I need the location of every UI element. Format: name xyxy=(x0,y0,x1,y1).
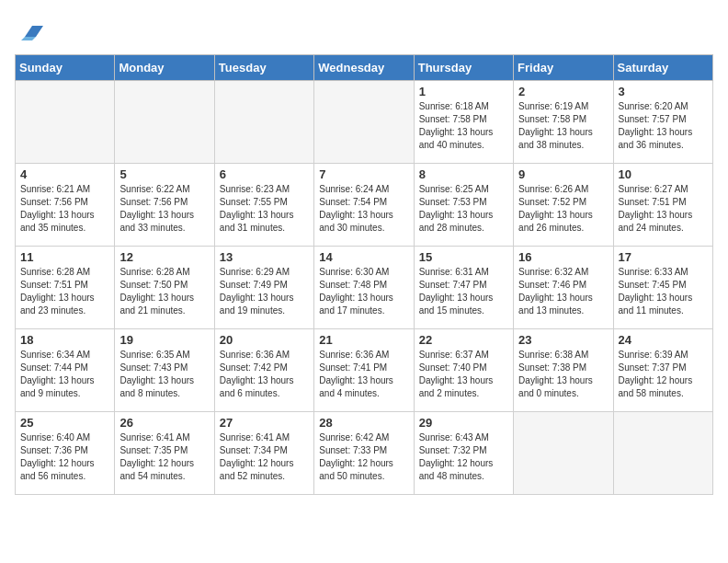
calendar-cell: 20Sunrise: 6:36 AM Sunset: 7:42 PM Dayli… xyxy=(214,329,313,412)
day-number: 8 xyxy=(419,167,508,181)
day-info: Sunrise: 6:26 AM Sunset: 7:52 PM Dayligh… xyxy=(518,183,608,235)
calendar-cell: 29Sunrise: 6:43 AM Sunset: 7:32 PM Dayli… xyxy=(414,412,513,495)
page-header xyxy=(15,15,713,49)
calendar-cell: 27Sunrise: 6:41 AM Sunset: 7:34 PM Dayli… xyxy=(214,412,313,495)
calendar-cell: 5Sunrise: 6:22 AM Sunset: 7:56 PM Daylig… xyxy=(115,164,214,247)
calendar-cell: 21Sunrise: 6:36 AM Sunset: 7:41 PM Dayli… xyxy=(314,329,414,412)
calendar-cell: 23Sunrise: 6:38 AM Sunset: 7:38 PM Dayli… xyxy=(514,329,613,412)
calendar-cell: 12Sunrise: 6:28 AM Sunset: 7:50 PM Dayli… xyxy=(115,247,214,329)
day-number: 27 xyxy=(220,416,309,430)
calendar-cell xyxy=(514,412,613,495)
day-number: 19 xyxy=(119,333,209,347)
day-info: Sunrise: 6:37 AM Sunset: 7:40 PM Dayligh… xyxy=(419,349,508,400)
calendar-cell: 25Sunrise: 6:40 AM Sunset: 7:36 PM Dayli… xyxy=(16,412,115,495)
calendar-cell: 8Sunrise: 6:25 AM Sunset: 7:53 PM Daylig… xyxy=(414,164,513,247)
calendar-cell: 11Sunrise: 6:28 AM Sunset: 7:51 PM Dayli… xyxy=(16,247,115,329)
day-info: Sunrise: 6:43 AM Sunset: 7:32 PM Dayligh… xyxy=(419,431,508,483)
day-info: Sunrise: 6:41 AM Sunset: 7:34 PM Dayligh… xyxy=(220,431,309,483)
logo xyxy=(15,18,43,49)
day-info: Sunrise: 6:25 AM Sunset: 7:53 PM Dayligh… xyxy=(419,183,508,235)
calendar-cell: 1Sunrise: 6:18 AM Sunset: 7:58 PM Daylig… xyxy=(414,81,513,164)
day-number: 17 xyxy=(619,250,708,264)
svg-marker-1 xyxy=(21,37,36,40)
calendar-cell: 17Sunrise: 6:33 AM Sunset: 7:45 PM Dayli… xyxy=(613,247,712,329)
day-info: Sunrise: 6:40 AM Sunset: 7:36 PM Dayligh… xyxy=(20,431,109,483)
calendar-cell xyxy=(314,81,414,164)
day-info: Sunrise: 6:18 AM Sunset: 7:58 PM Dayligh… xyxy=(419,100,508,152)
day-info: Sunrise: 6:21 AM Sunset: 7:56 PM Dayligh… xyxy=(20,183,109,235)
weekday-header: Thursday xyxy=(414,55,513,81)
day-number: 29 xyxy=(419,416,508,430)
calendar-cell: 22Sunrise: 6:37 AM Sunset: 7:40 PM Dayli… xyxy=(414,329,513,412)
svg-marker-0 xyxy=(25,26,43,37)
day-number: 23 xyxy=(518,333,608,347)
day-number: 26 xyxy=(119,416,209,430)
weekday-header: Monday xyxy=(115,55,214,81)
weekday-header: Sunday xyxy=(16,55,115,81)
calendar-cell: 28Sunrise: 6:42 AM Sunset: 7:33 PM Dayli… xyxy=(314,412,414,495)
day-number: 14 xyxy=(319,250,408,264)
day-number: 28 xyxy=(319,416,408,430)
calendar-cell xyxy=(613,412,712,495)
day-info: Sunrise: 6:30 AM Sunset: 7:48 PM Dayligh… xyxy=(319,266,408,317)
day-info: Sunrise: 6:28 AM Sunset: 7:50 PM Dayligh… xyxy=(119,266,209,317)
calendar-week-row: 1Sunrise: 6:18 AM Sunset: 7:58 PM Daylig… xyxy=(16,81,713,164)
day-info: Sunrise: 6:36 AM Sunset: 7:42 PM Dayligh… xyxy=(220,349,309,400)
calendar-table: SundayMondayTuesdayWednesdayThursdayFrid… xyxy=(15,54,713,495)
logo-icon xyxy=(17,18,43,44)
day-number: 25 xyxy=(20,416,109,430)
day-info: Sunrise: 6:22 AM Sunset: 7:56 PM Dayligh… xyxy=(119,183,209,235)
calendar-cell: 7Sunrise: 6:24 AM Sunset: 7:54 PM Daylig… xyxy=(314,164,414,247)
weekday-header: Saturday xyxy=(613,55,712,81)
day-number: 2 xyxy=(518,85,608,98)
calendar-cell: 2Sunrise: 6:19 AM Sunset: 7:58 PM Daylig… xyxy=(514,81,613,164)
day-info: Sunrise: 6:41 AM Sunset: 7:35 PM Dayligh… xyxy=(119,431,209,483)
day-number: 1 xyxy=(419,85,508,98)
day-number: 18 xyxy=(20,333,109,347)
calendar-cell xyxy=(16,81,115,164)
calendar-cell: 19Sunrise: 6:35 AM Sunset: 7:43 PM Dayli… xyxy=(115,329,214,412)
day-number: 12 xyxy=(119,250,209,264)
day-info: Sunrise: 6:29 AM Sunset: 7:49 PM Dayligh… xyxy=(220,266,309,317)
day-number: 11 xyxy=(20,250,109,264)
day-info: Sunrise: 6:32 AM Sunset: 7:46 PM Dayligh… xyxy=(518,266,608,317)
calendar-cell xyxy=(214,81,313,164)
calendar-cell: 6Sunrise: 6:23 AM Sunset: 7:55 PM Daylig… xyxy=(214,164,313,247)
day-info: Sunrise: 6:35 AM Sunset: 7:43 PM Dayligh… xyxy=(119,349,209,400)
day-info: Sunrise: 6:36 AM Sunset: 7:41 PM Dayligh… xyxy=(319,349,408,400)
day-number: 5 xyxy=(119,167,209,181)
day-info: Sunrise: 6:42 AM Sunset: 7:33 PM Dayligh… xyxy=(319,431,408,483)
day-info: Sunrise: 6:27 AM Sunset: 7:51 PM Dayligh… xyxy=(619,183,708,235)
day-number: 24 xyxy=(619,333,708,347)
day-number: 6 xyxy=(220,167,309,181)
day-info: Sunrise: 6:20 AM Sunset: 7:57 PM Dayligh… xyxy=(619,100,708,152)
day-number: 22 xyxy=(419,333,508,347)
calendar-cell: 14Sunrise: 6:30 AM Sunset: 7:48 PM Dayli… xyxy=(314,247,414,329)
day-number: 15 xyxy=(419,250,508,264)
day-info: Sunrise: 6:39 AM Sunset: 7:37 PM Dayligh… xyxy=(619,349,708,400)
calendar-cell: 13Sunrise: 6:29 AM Sunset: 7:49 PM Dayli… xyxy=(214,247,313,329)
day-number: 16 xyxy=(518,250,608,264)
calendar-cell: 4Sunrise: 6:21 AM Sunset: 7:56 PM Daylig… xyxy=(16,164,115,247)
day-info: Sunrise: 6:33 AM Sunset: 7:45 PM Dayligh… xyxy=(619,266,708,317)
day-number: 20 xyxy=(220,333,309,347)
calendar-week-row: 25Sunrise: 6:40 AM Sunset: 7:36 PM Dayli… xyxy=(16,412,713,495)
day-info: Sunrise: 6:34 AM Sunset: 7:44 PM Dayligh… xyxy=(20,349,109,400)
calendar-cell xyxy=(115,81,214,164)
weekday-header: Tuesday xyxy=(214,55,313,81)
calendar-cell: 15Sunrise: 6:31 AM Sunset: 7:47 PM Dayli… xyxy=(414,247,513,329)
day-info: Sunrise: 6:24 AM Sunset: 7:54 PM Dayligh… xyxy=(319,183,408,235)
calendar-cell: 9Sunrise: 6:26 AM Sunset: 7:52 PM Daylig… xyxy=(514,164,613,247)
day-number: 13 xyxy=(220,250,309,264)
day-info: Sunrise: 6:31 AM Sunset: 7:47 PM Dayligh… xyxy=(419,266,508,317)
day-number: 9 xyxy=(518,167,608,181)
day-number: 7 xyxy=(319,167,408,181)
day-number: 3 xyxy=(619,85,708,98)
calendar-cell: 26Sunrise: 6:41 AM Sunset: 7:35 PM Dayli… xyxy=(115,412,214,495)
calendar-cell: 18Sunrise: 6:34 AM Sunset: 7:44 PM Dayli… xyxy=(16,329,115,412)
day-info: Sunrise: 6:38 AM Sunset: 7:38 PM Dayligh… xyxy=(518,349,608,400)
day-number: 4 xyxy=(20,167,109,181)
day-info: Sunrise: 6:23 AM Sunset: 7:55 PM Dayligh… xyxy=(220,183,309,235)
calendar-cell: 24Sunrise: 6:39 AM Sunset: 7:37 PM Dayli… xyxy=(613,329,712,412)
day-info: Sunrise: 6:28 AM Sunset: 7:51 PM Dayligh… xyxy=(20,266,109,317)
